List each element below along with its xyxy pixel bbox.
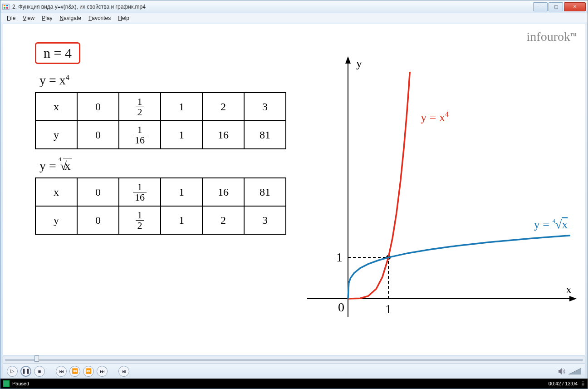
n-value-box: n = 4 bbox=[35, 42, 80, 64]
table-cell: 12 bbox=[119, 93, 161, 121]
menu-favorites[interactable]: Favorites bbox=[85, 14, 114, 22]
seek-track bbox=[5, 359, 583, 361]
step-button[interactable]: ⏯ bbox=[118, 366, 129, 377]
prev-track-button[interactable]: ⏮ bbox=[56, 366, 67, 377]
table-header-x: x bbox=[35, 93, 77, 121]
pause-button[interactable]: ❚❚ bbox=[20, 366, 31, 377]
volume-icon[interactable] bbox=[558, 367, 566, 375]
rewind-button[interactable]: ⏪ bbox=[69, 366, 80, 377]
table-row: y 011611681 bbox=[35, 121, 286, 149]
svg-rect-2 bbox=[6, 5, 8, 6]
table-cell: 12 bbox=[119, 206, 161, 234]
svg-rect-0 bbox=[3, 4, 9, 10]
menubar: File View Play Navigate Favorites Help bbox=[0, 13, 588, 23]
table-cell: 0 bbox=[77, 206, 119, 234]
table-cell: 2 bbox=[202, 93, 244, 121]
table-cell: 3 bbox=[244, 93, 286, 121]
titlebar[interactable]: 2. Функция вида y=v(n&x), их свойства и … bbox=[0, 0, 588, 13]
status-bar: Paused 00:42 / 13:04 ⣿ bbox=[0, 379, 588, 389]
table-cell: 116 bbox=[119, 178, 161, 206]
forward-button[interactable]: ⏩ bbox=[83, 366, 94, 377]
table-cell: 81 bbox=[244, 178, 286, 206]
menu-help[interactable]: Help bbox=[114, 14, 133, 22]
stop-button[interactable]: ■ bbox=[34, 366, 45, 377]
table-header-y: y bbox=[35, 121, 77, 149]
svg-text:1: 1 bbox=[385, 302, 392, 316]
menu-navigate[interactable]: Navigate bbox=[56, 14, 85, 22]
status-icon bbox=[3, 380, 10, 387]
left-column: n = 4 y = x4 x 012123 y 011611681 y = 4√… bbox=[35, 42, 298, 243]
playback-status: Paused bbox=[12, 381, 29, 386]
table-cell: 1 bbox=[161, 206, 202, 234]
table-cell: 0 bbox=[77, 178, 119, 206]
seek-thumb[interactable] bbox=[34, 355, 39, 362]
watermark-logo: infourokru bbox=[527, 30, 577, 44]
maximize-button[interactable]: ▢ bbox=[549, 2, 563, 11]
table-row: y 012123 bbox=[35, 206, 286, 234]
svg-text:0: 0 bbox=[338, 300, 344, 314]
table-cell: 1 bbox=[161, 178, 202, 206]
menu-play[interactable]: Play bbox=[38, 14, 56, 22]
table-cell: 3 bbox=[244, 206, 286, 234]
svg-rect-1 bbox=[4, 5, 5, 6]
minimize-button[interactable]: — bbox=[533, 2, 548, 11]
time-display: 00:42 / 13:04 bbox=[549, 381, 578, 386]
table-header-y: y bbox=[35, 206, 77, 234]
svg-text:1: 1 bbox=[336, 250, 343, 264]
graph-plot: yx011y = x4y = 4√x bbox=[303, 44, 579, 335]
table-cell: 2 bbox=[202, 206, 244, 234]
grip-icon: ⣿ bbox=[581, 381, 585, 387]
table-cell: 1 bbox=[161, 121, 202, 149]
app-icon bbox=[2, 3, 10, 10]
table-row: x 011611681 bbox=[35, 178, 286, 206]
table-cell: 0 bbox=[77, 121, 119, 149]
video-canvas[interactable]: infourokru n = 4 y = x4 x 012123 y 01161… bbox=[3, 24, 585, 355]
table-power4: x 012123 y 011611681 bbox=[35, 92, 286, 149]
table-cell: 16 bbox=[202, 121, 244, 149]
table-cell: 0 bbox=[77, 93, 119, 121]
svg-text:y = 4√x: y = 4√x bbox=[534, 217, 568, 231]
close-button[interactable]: ✕ bbox=[564, 2, 586, 11]
svg-rect-4 bbox=[6, 7, 8, 9]
svg-text:x: x bbox=[566, 283, 572, 296]
volume-slider[interactable] bbox=[568, 368, 581, 374]
svg-marker-17 bbox=[568, 368, 581, 374]
table-cell: 16 bbox=[202, 178, 244, 206]
window-title: 2. Функция вида y=v(n&x), их свойства и … bbox=[12, 4, 532, 10]
table-cell: 81 bbox=[244, 121, 286, 149]
table-header-x: x bbox=[35, 178, 77, 206]
menu-view[interactable]: View bbox=[19, 14, 38, 22]
table-root4: x 011611681 y 012123 bbox=[35, 177, 286, 235]
svg-text:y: y bbox=[356, 57, 362, 70]
equation-power4: y = x4 bbox=[39, 73, 298, 88]
next-track-button[interactable]: ⏭ bbox=[97, 366, 108, 377]
equation-root4: y = 4√x bbox=[39, 158, 298, 173]
playback-controls: ▷ ❚❚ ■ ⏮ ⏪ ⏩ ⏭ ⏯ bbox=[3, 363, 585, 379]
svg-text:y = x4: y = x4 bbox=[421, 110, 449, 124]
table-cell: 116 bbox=[119, 121, 161, 149]
table-cell: 1 bbox=[161, 93, 202, 121]
svg-rect-3 bbox=[4, 7, 5, 9]
table-row: x 012123 bbox=[35, 93, 286, 121]
play-button[interactable]: ▷ bbox=[7, 366, 18, 377]
app-window: 2. Функция вида y=v(n&x), их свойства и … bbox=[0, 0, 588, 389]
seek-bar[interactable] bbox=[3, 356, 585, 363]
menu-file[interactable]: File bbox=[3, 14, 19, 22]
